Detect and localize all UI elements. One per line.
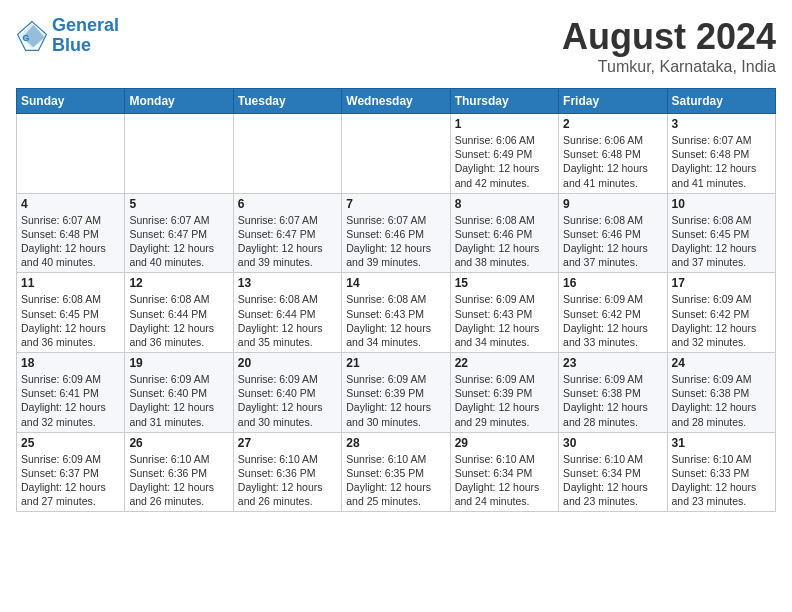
day-info: Sunrise: 6:09 AM Sunset: 6:41 PM Dayligh… — [21, 372, 120, 429]
calendar-cell: 13Sunrise: 6:08 AM Sunset: 6:44 PM Dayli… — [233, 273, 341, 353]
calendar-cell: 31Sunrise: 6:10 AM Sunset: 6:33 PM Dayli… — [667, 432, 775, 512]
day-number: 29 — [455, 436, 554, 450]
weekday-header-wednesday: Wednesday — [342, 89, 450, 114]
day-number: 15 — [455, 276, 554, 290]
calendar-cell: 19Sunrise: 6:09 AM Sunset: 6:40 PM Dayli… — [125, 353, 233, 433]
day-info: Sunrise: 6:10 AM Sunset: 6:33 PM Dayligh… — [672, 452, 771, 509]
day-number: 8 — [455, 197, 554, 211]
calendar-cell: 26Sunrise: 6:10 AM Sunset: 6:36 PM Dayli… — [125, 432, 233, 512]
day-info: Sunrise: 6:09 AM Sunset: 6:38 PM Dayligh… — [563, 372, 662, 429]
day-number: 17 — [672, 276, 771, 290]
day-number: 2 — [563, 117, 662, 131]
day-info: Sunrise: 6:08 AM Sunset: 6:46 PM Dayligh… — [563, 213, 662, 270]
day-number: 16 — [563, 276, 662, 290]
calendar-cell — [342, 114, 450, 194]
calendar-cell: 24Sunrise: 6:09 AM Sunset: 6:38 PM Dayli… — [667, 353, 775, 433]
day-number: 24 — [672, 356, 771, 370]
day-info: Sunrise: 6:09 AM Sunset: 6:37 PM Dayligh… — [21, 452, 120, 509]
calendar-cell: 4Sunrise: 6:07 AM Sunset: 6:48 PM Daylig… — [17, 193, 125, 273]
calendar-cell: 9Sunrise: 6:08 AM Sunset: 6:46 PM Daylig… — [559, 193, 667, 273]
day-number: 19 — [129, 356, 228, 370]
calendar-week-4: 18Sunrise: 6:09 AM Sunset: 6:41 PM Dayli… — [17, 353, 776, 433]
day-number: 26 — [129, 436, 228, 450]
day-number: 14 — [346, 276, 445, 290]
day-info: Sunrise: 6:10 AM Sunset: 6:34 PM Dayligh… — [563, 452, 662, 509]
calendar-cell: 27Sunrise: 6:10 AM Sunset: 6:36 PM Dayli… — [233, 432, 341, 512]
day-info: Sunrise: 6:08 AM Sunset: 6:44 PM Dayligh… — [129, 292, 228, 349]
day-number: 11 — [21, 276, 120, 290]
page-subtitle: Tumkur, Karnataka, India — [562, 58, 776, 76]
day-info: Sunrise: 6:08 AM Sunset: 6:43 PM Dayligh… — [346, 292, 445, 349]
calendar-cell — [17, 114, 125, 194]
calendar-week-3: 11Sunrise: 6:08 AM Sunset: 6:45 PM Dayli… — [17, 273, 776, 353]
calendar-cell: 30Sunrise: 6:10 AM Sunset: 6:34 PM Dayli… — [559, 432, 667, 512]
day-number: 1 — [455, 117, 554, 131]
calendar-cell: 7Sunrise: 6:07 AM Sunset: 6:46 PM Daylig… — [342, 193, 450, 273]
page-title: August 2024 — [562, 16, 776, 58]
day-info: Sunrise: 6:09 AM Sunset: 6:39 PM Dayligh… — [346, 372, 445, 429]
calendar-cell: 20Sunrise: 6:09 AM Sunset: 6:40 PM Dayli… — [233, 353, 341, 433]
day-info: Sunrise: 6:08 AM Sunset: 6:45 PM Dayligh… — [672, 213, 771, 270]
day-number: 7 — [346, 197, 445, 211]
calendar-cell: 21Sunrise: 6:09 AM Sunset: 6:39 PM Dayli… — [342, 353, 450, 433]
title-block: August 2024 Tumkur, Karnataka, India — [562, 16, 776, 76]
day-info: Sunrise: 6:10 AM Sunset: 6:35 PM Dayligh… — [346, 452, 445, 509]
weekday-header-thursday: Thursday — [450, 89, 558, 114]
page-header: G General Blue August 2024 Tumkur, Karna… — [16, 16, 776, 76]
day-info: Sunrise: 6:09 AM Sunset: 6:42 PM Dayligh… — [563, 292, 662, 349]
calendar-cell: 15Sunrise: 6:09 AM Sunset: 6:43 PM Dayli… — [450, 273, 558, 353]
calendar-cell: 28Sunrise: 6:10 AM Sunset: 6:35 PM Dayli… — [342, 432, 450, 512]
day-number: 5 — [129, 197, 228, 211]
calendar-cell: 23Sunrise: 6:09 AM Sunset: 6:38 PM Dayli… — [559, 353, 667, 433]
day-number: 18 — [21, 356, 120, 370]
calendar-cell: 11Sunrise: 6:08 AM Sunset: 6:45 PM Dayli… — [17, 273, 125, 353]
weekday-header-monday: Monday — [125, 89, 233, 114]
day-number: 21 — [346, 356, 445, 370]
calendar-cell: 16Sunrise: 6:09 AM Sunset: 6:42 PM Dayli… — [559, 273, 667, 353]
calendar-cell: 18Sunrise: 6:09 AM Sunset: 6:41 PM Dayli… — [17, 353, 125, 433]
calendar-cell — [233, 114, 341, 194]
day-info: Sunrise: 6:07 AM Sunset: 6:48 PM Dayligh… — [672, 133, 771, 190]
calendar-cell: 22Sunrise: 6:09 AM Sunset: 6:39 PM Dayli… — [450, 353, 558, 433]
day-number: 22 — [455, 356, 554, 370]
day-info: Sunrise: 6:06 AM Sunset: 6:49 PM Dayligh… — [455, 133, 554, 190]
calendar-table: SundayMondayTuesdayWednesdayThursdayFrid… — [16, 88, 776, 512]
calendar-cell: 12Sunrise: 6:08 AM Sunset: 6:44 PM Dayli… — [125, 273, 233, 353]
logo-text: General Blue — [52, 16, 119, 56]
calendar-cell: 2Sunrise: 6:06 AM Sunset: 6:48 PM Daylig… — [559, 114, 667, 194]
day-info: Sunrise: 6:08 AM Sunset: 6:44 PM Dayligh… — [238, 292, 337, 349]
day-info: Sunrise: 6:09 AM Sunset: 6:38 PM Dayligh… — [672, 372, 771, 429]
day-number: 25 — [21, 436, 120, 450]
calendar-cell: 10Sunrise: 6:08 AM Sunset: 6:45 PM Dayli… — [667, 193, 775, 273]
day-info: Sunrise: 6:07 AM Sunset: 6:48 PM Dayligh… — [21, 213, 120, 270]
day-number: 13 — [238, 276, 337, 290]
day-number: 3 — [672, 117, 771, 131]
calendar-cell: 8Sunrise: 6:08 AM Sunset: 6:46 PM Daylig… — [450, 193, 558, 273]
calendar-body: 1Sunrise: 6:06 AM Sunset: 6:49 PM Daylig… — [17, 114, 776, 512]
calendar-cell: 25Sunrise: 6:09 AM Sunset: 6:37 PM Dayli… — [17, 432, 125, 512]
calendar-cell — [125, 114, 233, 194]
calendar-week-2: 4Sunrise: 6:07 AM Sunset: 6:48 PM Daylig… — [17, 193, 776, 273]
day-number: 27 — [238, 436, 337, 450]
day-info: Sunrise: 6:07 AM Sunset: 6:47 PM Dayligh… — [129, 213, 228, 270]
weekday-header-friday: Friday — [559, 89, 667, 114]
day-info: Sunrise: 6:07 AM Sunset: 6:47 PM Dayligh… — [238, 213, 337, 270]
day-info: Sunrise: 6:09 AM Sunset: 6:43 PM Dayligh… — [455, 292, 554, 349]
day-number: 30 — [563, 436, 662, 450]
calendar-cell: 5Sunrise: 6:07 AM Sunset: 6:47 PM Daylig… — [125, 193, 233, 273]
day-info: Sunrise: 6:10 AM Sunset: 6:36 PM Dayligh… — [129, 452, 228, 509]
day-number: 10 — [672, 197, 771, 211]
calendar-cell: 14Sunrise: 6:08 AM Sunset: 6:43 PM Dayli… — [342, 273, 450, 353]
day-info: Sunrise: 6:09 AM Sunset: 6:42 PM Dayligh… — [672, 292, 771, 349]
day-info: Sunrise: 6:10 AM Sunset: 6:36 PM Dayligh… — [238, 452, 337, 509]
weekday-header-sunday: Sunday — [17, 89, 125, 114]
day-info: Sunrise: 6:06 AM Sunset: 6:48 PM Dayligh… — [563, 133, 662, 190]
calendar-cell: 6Sunrise: 6:07 AM Sunset: 6:47 PM Daylig… — [233, 193, 341, 273]
calendar-cell: 17Sunrise: 6:09 AM Sunset: 6:42 PM Dayli… — [667, 273, 775, 353]
weekday-row: SundayMondayTuesdayWednesdayThursdayFrid… — [17, 89, 776, 114]
day-info: Sunrise: 6:08 AM Sunset: 6:46 PM Dayligh… — [455, 213, 554, 270]
day-info: Sunrise: 6:10 AM Sunset: 6:34 PM Dayligh… — [455, 452, 554, 509]
calendar-cell: 3Sunrise: 6:07 AM Sunset: 6:48 PM Daylig… — [667, 114, 775, 194]
day-info: Sunrise: 6:07 AM Sunset: 6:46 PM Dayligh… — [346, 213, 445, 270]
day-info: Sunrise: 6:08 AM Sunset: 6:45 PM Dayligh… — [21, 292, 120, 349]
